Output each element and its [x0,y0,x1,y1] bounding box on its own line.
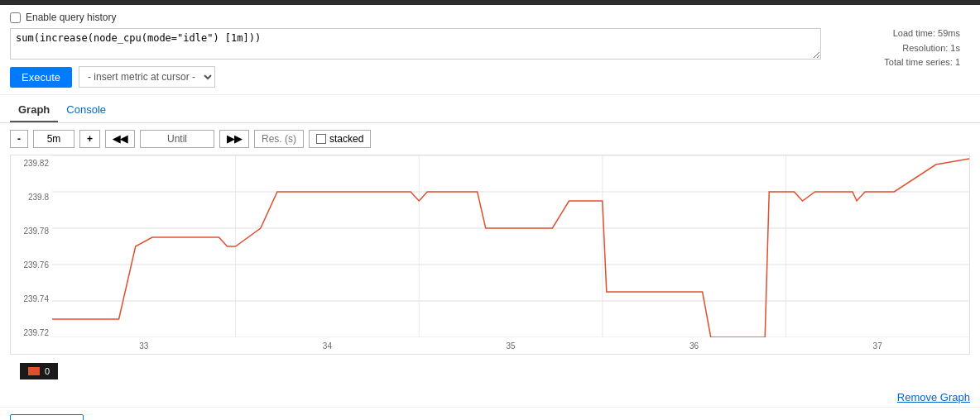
info-panel: Load time: 59ms Resolution: 1s Total tim… [884,26,960,70]
chart-container: 239.82 239.8 239.78 239.76 239.74 239.72 [11,155,969,354]
header-area: Load time: 59ms Resolution: 1s Total tim… [0,5,980,95]
graph-area: 239.82 239.8 239.78 239.76 239.74 239.72 [10,155,970,355]
zoom-out-button[interactable]: - [10,130,28,148]
x-label-36: 36 [689,341,699,351]
chart-svg [52,155,969,337]
x-label-34: 34 [323,341,332,351]
legend-container: 0 [0,355,980,388]
zoom-in-button[interactable]: + [79,130,100,148]
y-label-2: 239.78 [11,227,49,236]
add-graph-button[interactable]: Add Graph [10,414,84,420]
remove-graph-row: Remove Graph [0,388,980,407]
res-input[interactable] [254,130,304,148]
forward-button[interactable]: ▶▶ [219,130,249,148]
graph-controls: - + ◀◀ ▶▶ stacked [0,123,980,155]
x-axis: 33 34 35 36 37 [52,337,969,354]
x-label-33: 33 [139,341,148,351]
metric-select[interactable]: - insert metric at cursor - [79,66,215,88]
controls-row: Execute - insert metric at cursor - [10,66,970,88]
y-label-3: 239.76 [11,260,49,270]
y-label-1: 239.8 [11,193,49,202]
x-label-37: 37 [873,341,882,351]
resolution: Resolution: 1s [884,41,960,56]
chart-plot [52,155,969,337]
tab-console[interactable]: Console [58,98,114,122]
tabs-bar: Graph Console [0,98,980,123]
legend-label: 0 [45,366,50,376]
until-input[interactable] [140,130,214,148]
stacked-button[interactable]: stacked [309,130,371,148]
query-input[interactable]: sum(increase(node_cpu(mode="idle") [1m])… [10,28,821,60]
tab-graph[interactable]: Graph [10,98,58,122]
legend-color-swatch [28,367,40,375]
total-series: Total time series: 1 [884,55,960,70]
legend-item: 0 [20,363,58,379]
enable-history-row: Enable query history [10,12,970,23]
enable-history-label: Enable query history [26,12,116,23]
y-label-4: 239.74 [11,294,49,303]
query-row: sum(increase(node_cpu(mode="idle") [1m])… [10,28,970,60]
load-time: Load time: 59ms [884,26,960,41]
enable-history-checkbox[interactable] [10,12,21,23]
y-label-0: 239.82 [11,159,49,168]
footer: Add Graph @51CTO博客 [0,407,980,420]
execute-button[interactable]: Execute [10,67,72,88]
stacked-label: stacked [329,133,363,145]
x-label-35: 35 [506,341,515,351]
y-axis: 239.82 239.8 239.78 239.76 239.74 239.72 [11,155,52,337]
remove-graph-link[interactable]: Remove Graph [897,391,970,403]
stacked-checkbox-icon [316,134,326,144]
back-button[interactable]: ◀◀ [105,130,135,148]
y-label-5: 239.72 [11,328,49,337]
duration-input[interactable] [33,130,74,148]
